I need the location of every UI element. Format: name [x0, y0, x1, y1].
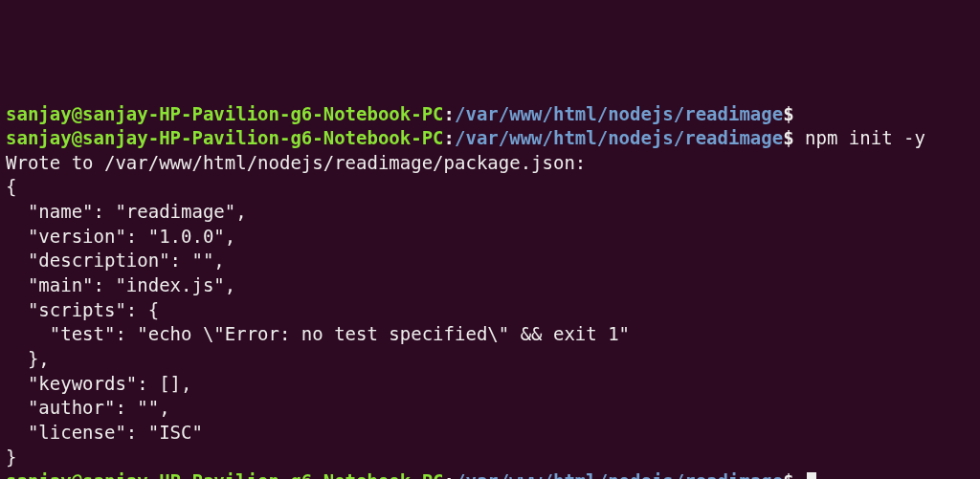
prompt-separator: : [444, 470, 455, 479]
json-output: "description": "", [6, 249, 974, 273]
prompt-dollar: $ [783, 103, 793, 124]
output-line: Wrote to /var/www/html/nodejs/readimage/… [6, 151, 974, 176]
command-input-3[interactable] [794, 470, 816, 479]
cursor-icon [807, 472, 816, 479]
json-output: }, [6, 347, 974, 372]
user-host: sanjay@sanjay-HP-Pavilion-g6-Notebook-PC [6, 103, 444, 124]
json-output: "main": "index.js", [6, 273, 974, 298]
json-output: "author": "", [6, 396, 974, 421]
json-output: "version": "1.0.0", [6, 225, 974, 250]
user-host: sanjay@sanjay-HP-Pavilion-g6-Notebook-PC [6, 127, 444, 148]
cwd-path: /var/www/html/nodejs/readimage [455, 470, 783, 479]
prompt-separator: : [444, 127, 455, 148]
json-output: "scripts": { [6, 298, 974, 323]
cwd-path: /var/www/html/nodejs/readimage [455, 127, 783, 148]
command-input-2: npm init -y [794, 127, 925, 148]
prompt-line-3: sanjay@sanjay-HP-Pavilion-g6-Notebook-PC… [6, 469, 974, 479]
json-output: "keywords": [], [6, 372, 974, 397]
prompt-dollar: $ [783, 127, 793, 148]
prompt-line-2: sanjay@sanjay-HP-Pavilion-g6-Notebook-PC… [6, 126, 974, 151]
cwd-path: /var/www/html/nodejs/readimage [455, 103, 783, 124]
json-output: "name": "readimage", [6, 200, 974, 225]
user-host: sanjay@sanjay-HP-Pavilion-g6-Notebook-PC [6, 470, 444, 479]
json-output: } [6, 446, 974, 470]
json-output: "license": "ISC" [6, 421, 974, 446]
json-output: { [6, 175, 974, 200]
prompt-separator: : [444, 103, 455, 124]
prompt-line-1: sanjay@sanjay-HP-Pavilion-g6-Notebook-PC… [6, 102, 974, 127]
prompt-dollar: $ [783, 470, 793, 479]
terminal[interactable]: sanjay@sanjay-HP-Pavilion-g6-Notebook-PC… [6, 102, 974, 479]
json-output: "test": "echo \"Error: no test specified… [6, 322, 974, 347]
